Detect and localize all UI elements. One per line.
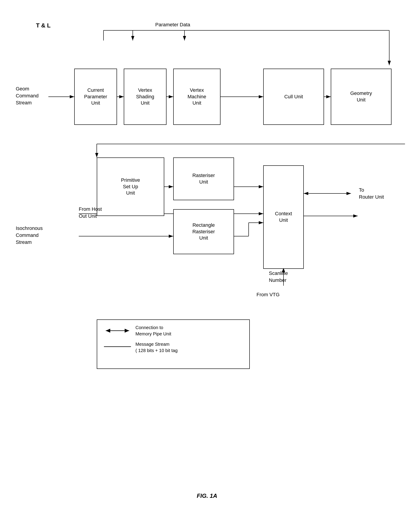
legend-box: Connection to Memory Pipe Unit Message S… (97, 319, 250, 369)
legend-message-label: Message Stream ( 128 bits + 10 bit tag (135, 341, 178, 354)
current-parameter-unit: Current Parameter Unit (74, 69, 117, 125)
legend-connection-label: Connection to Memory Pipe Unit (135, 324, 171, 337)
cull-unit: Cull Unit (263, 69, 324, 125)
vertex-shading-unit: Vertex Shading Unit (124, 69, 166, 125)
primitive-setup-unit: Primitive Set Up Unit (97, 157, 164, 216)
geom-command-label: Geom Command Stream (16, 86, 39, 106)
scanline-number-label: Scanline Number (269, 270, 288, 284)
isochronous-label: Isochronous Command Stream (16, 225, 43, 246)
geometry-unit: Geometry Unit (331, 69, 392, 125)
rectangle-rasteriser-unit: Rectangle Rasteriser Unit (173, 209, 234, 254)
rasteriser-unit: Rasteriser Unit (173, 157, 234, 200)
from-host-out-label: From Host Out Unit (79, 206, 102, 220)
context-unit: Context Unit (263, 165, 304, 269)
figure-caption: FIG. 1A (9, 492, 405, 499)
tal-label: T & L (36, 21, 51, 29)
to-router-label: To Router Unit (359, 187, 384, 201)
parameter-data-label: Parameter Data (155, 21, 190, 28)
vertex-machine-unit: Vertex Machine Unit (173, 69, 221, 125)
from-vtg-label: From VTG (257, 291, 280, 298)
